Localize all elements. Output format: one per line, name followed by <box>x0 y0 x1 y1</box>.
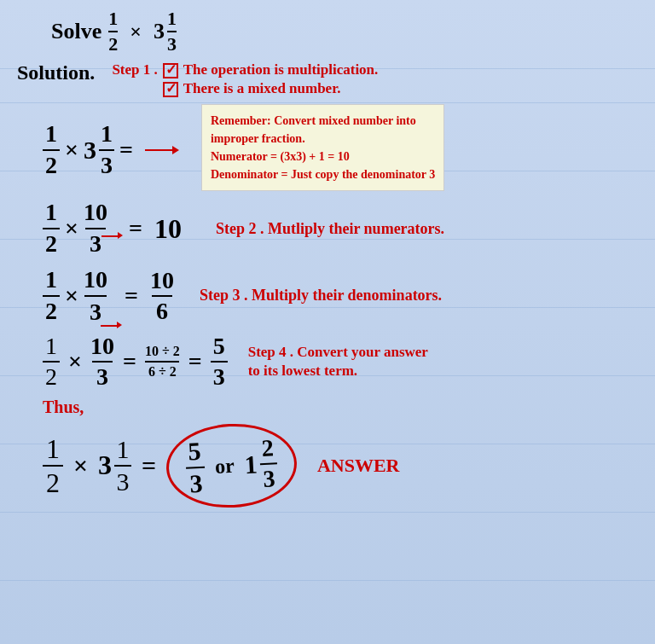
math-row2: 1 2 × 10 3 = 10 Step 2 . Mutliply their … <box>17 200 638 258</box>
step3-label: Step 3 . Multiply their denominators. <box>200 287 442 305</box>
frac-half-1: 1 2 <box>43 121 60 179</box>
op2: × <box>65 215 78 242</box>
frac-ans-mixed: 2 3 <box>258 436 278 491</box>
step1-check1-text: The operation is multiplication. <box>183 61 379 78</box>
eq2: = <box>129 215 142 242</box>
mixed-final: 3 1 3 <box>98 437 131 495</box>
op3: × <box>65 282 78 310</box>
main-content: Solve 1 2 × 3 1 3 Solution. Step 1 . <box>0 0 655 516</box>
mixed-number-title: 3 1 3 <box>154 9 177 55</box>
step1-checks: Step 1 . The operation is multiplication… <box>112 61 378 97</box>
checkbox2-icon <box>163 82 178 97</box>
arrow3-icon <box>101 321 122 331</box>
fraction-third-title: 1 3 <box>167 9 177 55</box>
hint-box: Remember: Convert mixed number into impr… <box>201 104 444 191</box>
frac-half-final: 1 2 <box>43 435 63 496</box>
step1-label: Step 1 . <box>112 61 157 78</box>
math-row1: 1 2 × 3 1 3 = <box>43 104 184 179</box>
frac-5-3: 5 3 <box>211 334 228 389</box>
checkbox1-icon <box>163 63 178 78</box>
frac-half-2: 1 2 <box>43 200 60 258</box>
answer-label: ANSWER <box>317 455 400 477</box>
step1-check2: Step 1 . There is a mixed number. <box>112 80 378 97</box>
step2-label: Step 2 . Mutliply their numerators. <box>216 220 444 238</box>
op1: × <box>65 136 78 164</box>
hint-line2: improper fraction. <box>211 130 435 148</box>
frac-div-annotation: 10 ÷ 2 6 ÷ 2 <box>145 344 180 380</box>
frac-third-1: 1 3 <box>99 121 114 179</box>
or-text: or <box>215 454 235 478</box>
eq1: = <box>119 136 133 164</box>
eq3: = <box>125 282 138 310</box>
fraction-half-title: 1 2 <box>108 9 118 55</box>
math-row4: 1 2 × 10 3 = 10 ÷ 2 6 ÷ 2 = 5 3 Step 4 .… <box>17 334 638 389</box>
frac-10-3-3-container: 10 3 <box>84 266 107 326</box>
answer-circle: 5 3 or 1 2 3 <box>165 421 299 511</box>
mixed-answer: 1 2 3 <box>243 436 278 492</box>
answer-row: 1 2 × 3 1 3 = 5 3 or 1 2 <box>17 424 638 508</box>
hint-line1: Remember: Convert mixed number into <box>211 112 435 130</box>
frac-10-3-4: 10 3 <box>90 334 114 389</box>
solve-label: Solve <box>51 19 101 44</box>
mixed-3-third-1: 3 1 3 <box>84 121 114 179</box>
title-operator: × <box>130 20 142 44</box>
hint-line3: Numerator = (3x3) + 1 = 10 <box>211 148 435 165</box>
frac-half-3: 1 2 <box>43 267 60 325</box>
solution-row: Solution. Step 1 . The operation is mult… <box>17 61 638 97</box>
frac-third-final: 1 3 <box>114 437 131 495</box>
math-row1-area: 1 2 × 3 1 3 = Remember: Convert mixed nu… <box>17 104 638 191</box>
solution-label: Solution. <box>17 61 95 84</box>
math-row3: 1 2 × 10 3 = 10 6 Step 3 . Multiply thei… <box>17 266 638 326</box>
thus-label: Thus, <box>17 397 638 417</box>
frac-10-6: 10 6 <box>150 269 174 323</box>
arrow2-icon <box>101 231 123 241</box>
hint-line4: Denominator = Just copy the denominator … <box>211 165 435 183</box>
title-row: Solve 1 2 × 3 1 3 <box>17 9 638 55</box>
step1-area: Step 1 . The operation is multiplication… <box>112 61 378 97</box>
arrow1-icon <box>145 144 179 156</box>
result-10-num: 10 <box>154 213 182 245</box>
frac-answer-5-3: 5 3 <box>185 438 207 497</box>
step4-label: Step 4 . Convert your answer to its lowe… <box>248 343 436 380</box>
step1-check2-text: There is a mixed number. <box>183 80 341 97</box>
frac-half-4: 1 2 <box>43 334 60 389</box>
step1-check1: Step 1 . The operation is multiplication… <box>112 61 378 78</box>
